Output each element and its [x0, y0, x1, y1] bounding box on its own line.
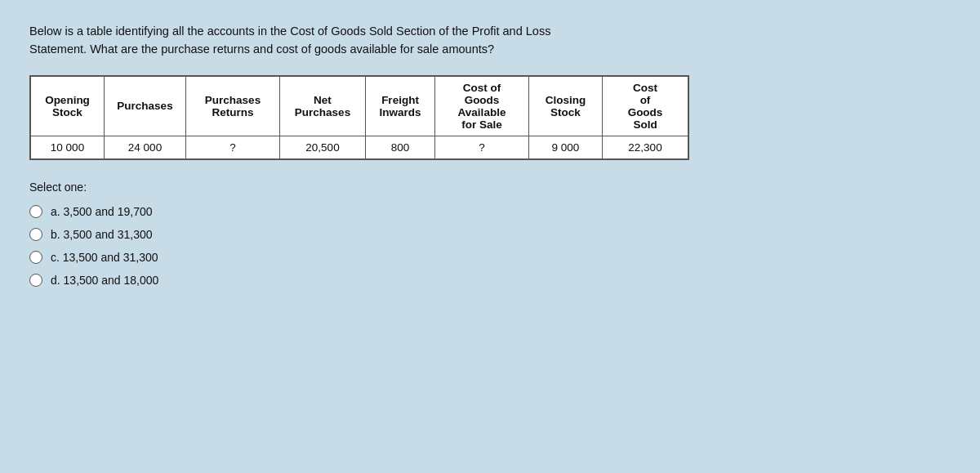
cell-closing-stock: 9 000 — [529, 136, 603, 158]
table-row: 10 000 24 000 ? 20,500 800 ? 9 000 22,30… — [31, 136, 688, 158]
cell-cost-goods-sold: 22,300 — [603, 136, 688, 158]
question-line1: Below is a table identifying all the acc… — [29, 25, 550, 38]
option-c-label: c. 13,500 and 31,300 — [51, 251, 158, 264]
col-header-net-purchases: NetPurchases — [280, 76, 366, 136]
col-header-cost-goods-sold: CostofGoodsSold — [603, 76, 688, 136]
col-header-freight-inwards: FreightInwards — [366, 76, 435, 136]
option-a-label: a. 3,500 and 19,700 — [51, 205, 153, 218]
col-header-purchases-returns: PurchasesReturns — [186, 76, 280, 136]
radio-b[interactable] — [29, 228, 42, 241]
radio-d[interactable] — [29, 274, 42, 287]
select-section: Select one: a. 3,500 and 19,700 b. 3,500… — [29, 181, 951, 287]
question-line2: Statement. What are the purchase returns… — [29, 42, 494, 56]
data-table-wrapper: OpeningStock Purchases PurchasesReturns … — [29, 75, 689, 160]
option-d-label: d. 13,500 and 18,000 — [51, 274, 158, 287]
cell-purchases-returns: ? — [186, 136, 280, 158]
col-header-opening-stock: OpeningStock — [31, 76, 105, 136]
cell-net-purchases: 20,500 — [280, 136, 366, 158]
cell-purchases: 24 000 — [105, 136, 186, 158]
option-b[interactable]: b. 3,500 and 31,300 — [29, 228, 951, 241]
option-c[interactable]: c. 13,500 and 31,300 — [29, 251, 951, 264]
options-list: a. 3,500 and 19,700 b. 3,500 and 31,300 … — [29, 205, 951, 287]
col-header-cost-available: Cost ofGoodsAvailablefor Sale — [435, 76, 529, 136]
data-table: OpeningStock Purchases PurchasesReturns … — [30, 76, 688, 159]
cell-cost-available: ? — [435, 136, 529, 158]
option-a[interactable]: a. 3,500 and 19,700 — [29, 205, 951, 218]
option-b-label: b. 3,500 and 31,300 — [51, 228, 153, 241]
radio-a[interactable] — [29, 205, 42, 218]
col-header-closing-stock: ClosingStock — [529, 76, 603, 136]
question-text: Below is a table identifying all the acc… — [29, 23, 666, 59]
cell-freight-inwards: 800 — [366, 136, 435, 158]
cell-opening-stock: 10 000 — [31, 136, 105, 158]
col-header-purchases: Purchases — [105, 76, 186, 136]
page-container: Below is a table identifying all the acc… — [0, 0, 980, 473]
option-d[interactable]: d. 13,500 and 18,000 — [29, 274, 951, 287]
select-one-label: Select one: — [29, 181, 951, 194]
radio-c[interactable] — [29, 251, 42, 264]
